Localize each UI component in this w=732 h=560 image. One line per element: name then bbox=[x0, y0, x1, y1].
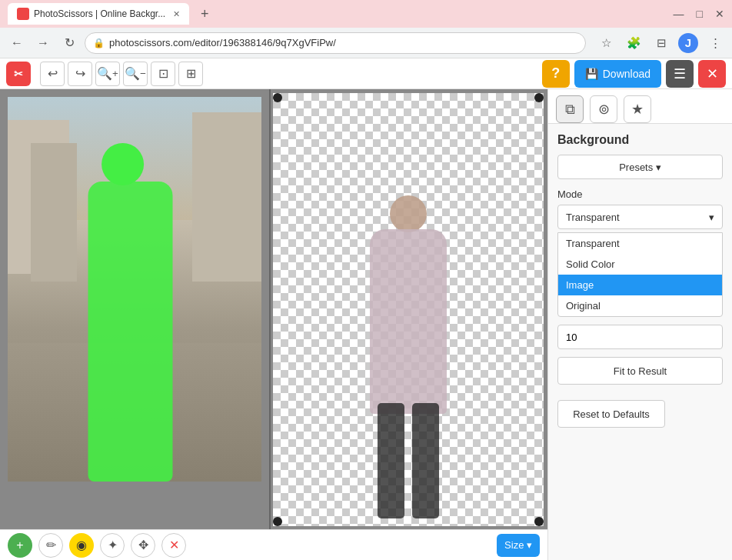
canvas-divider bbox=[269, 89, 271, 560]
app-close-button[interactable]: ✕ bbox=[698, 60, 726, 88]
panel-body: Background Presets ▾ Mode Transparent ▾ … bbox=[548, 124, 732, 437]
new-tab-button[interactable]: + bbox=[195, 5, 214, 23]
reset-to-defaults-button[interactable]: Reset to Defaults bbox=[557, 400, 665, 428]
panel-tabs: ⧉ ⊚ ★ bbox=[548, 89, 732, 124]
zoom-100-button[interactable]: ⊞ bbox=[178, 62, 203, 86]
handle-tr[interactable] bbox=[534, 93, 544, 102]
zoom-in-button[interactable]: 🔍+ bbox=[95, 62, 120, 86]
right-panel: ⧉ ⊚ ★ Background Presets ▾ Mode Transpar… bbox=[547, 89, 732, 560]
reload-button[interactable]: ↻ bbox=[58, 32, 80, 54]
browser-tab[interactable]: PhotoScissors | Online Backgr... ✕ bbox=[8, 3, 189, 25]
handle-bl[interactable] bbox=[273, 517, 282, 526]
minimize-button[interactable]: — bbox=[674, 8, 684, 20]
tab-favicon bbox=[17, 8, 29, 20]
mode-selected-value: Transparent bbox=[566, 212, 620, 223]
delete-tool-button[interactable]: ✕ bbox=[161, 533, 186, 558]
building-right bbox=[192, 112, 261, 282]
bookmark-icon[interactable]: ☆ bbox=[595, 32, 617, 54]
redo-button[interactable]: ↪ bbox=[68, 62, 92, 86]
back-button[interactable]: ← bbox=[6, 32, 28, 54]
titlebar: PhotoScissors | Online Backgr... ✕ + — □… bbox=[0, 0, 732, 28]
sidebar-toggle-button[interactable]: ⊟ bbox=[650, 32, 672, 54]
download-icon: 💾 bbox=[585, 68, 598, 80]
extensions-icon[interactable]: 🧩 bbox=[623, 32, 644, 54]
main-content: + ✏ ◉ ✦ ✥ ✕ Size ▾ ⧉ ⊚ ★ Background Pres… bbox=[0, 89, 732, 560]
move-tool-button[interactable]: ✥ bbox=[131, 533, 155, 558]
figure-coat bbox=[370, 229, 447, 414]
option-transparent[interactable]: Transparent bbox=[558, 233, 722, 254]
figure-leg-right bbox=[412, 403, 439, 518]
figure-head bbox=[390, 195, 427, 232]
bottom-toolbar: + ✏ ◉ ✦ ✥ ✕ Size ▾ bbox=[0, 529, 547, 560]
dropdown-chevron-icon: ▾ bbox=[709, 212, 714, 223]
original-image-panel bbox=[8, 97, 261, 482]
green-mask-head bbox=[101, 143, 144, 185]
handle-br[interactable] bbox=[534, 517, 544, 526]
street-background bbox=[8, 97, 261, 482]
address-input[interactable]: 🔒 photoscissors.com/editor/196388146/9q7… bbox=[85, 32, 586, 54]
tab-title: PhotoScissors | Online Backgr... bbox=[34, 8, 165, 19]
building-mid bbox=[31, 143, 77, 282]
maximize-button[interactable]: □ bbox=[697, 8, 703, 20]
app-logo: ✂ bbox=[6, 62, 31, 86]
canvas-area[interactable]: + ✏ ◉ ✦ ✥ ✕ Size ▾ bbox=[0, 89, 547, 560]
mode-dropdown[interactable]: Transparent ▾ bbox=[557, 205, 723, 229]
browser-menu-button[interactable]: ⋮ bbox=[704, 32, 726, 54]
profile-button[interactable]: J bbox=[678, 33, 698, 53]
handle-tl[interactable] bbox=[273, 93, 282, 102]
window-controls: — □ ✕ bbox=[674, 8, 724, 20]
toolbar-right: ? 💾 Download ☰ ✕ bbox=[542, 60, 726, 88]
app-toolbar: ✂ ↩ ↪ 🔍+ 🔍− ⊡ ⊞ ? 💾 Download ☰ ✕ bbox=[0, 58, 732, 89]
presets-label: Presets ▾ bbox=[619, 162, 661, 173]
forward-button[interactable]: → bbox=[32, 32, 54, 54]
zoom-out-button[interactable]: 🔍− bbox=[123, 62, 148, 86]
option-solid-color[interactable]: Solid Color bbox=[558, 254, 722, 275]
download-button[interactable]: 💾 Download bbox=[574, 60, 661, 88]
app-menu-button[interactable]: ☰ bbox=[666, 60, 694, 88]
erase-tool-button[interactable]: ✏ bbox=[38, 533, 63, 558]
zoom-fit-button[interactable]: ⊡ bbox=[151, 62, 175, 86]
help-button[interactable]: ? bbox=[542, 60, 570, 88]
result-panel bbox=[273, 93, 544, 526]
panel-section-title: Background bbox=[557, 133, 723, 147]
option-image[interactable]: Image bbox=[558, 275, 722, 295]
logo-icon: ✂ bbox=[14, 68, 23, 80]
result-figure bbox=[362, 195, 454, 518]
address-actions: ☆ 🧩 ⊟ J ⋮ bbox=[595, 32, 726, 54]
figure-leg-left bbox=[378, 403, 404, 518]
add-tool-button[interactable]: + bbox=[8, 533, 32, 558]
download-label: Download bbox=[603, 68, 650, 80]
size-number-input[interactable] bbox=[557, 325, 723, 349]
lock-icon: 🔒 bbox=[93, 38, 105, 48]
presets-button[interactable]: Presets ▾ bbox=[557, 155, 723, 179]
size-button[interactable]: Size ▾ bbox=[497, 534, 540, 557]
addressbar: ← → ↻ 🔒 photoscissors.com/editor/1963881… bbox=[0, 28, 732, 58]
tab-star[interactable]: ★ bbox=[624, 95, 651, 123]
option-original[interactable]: Original bbox=[558, 295, 722, 316]
transparent-background bbox=[273, 93, 544, 526]
mode-label: Mode bbox=[557, 188, 723, 200]
window-close-button[interactable]: ✕ bbox=[715, 8, 724, 20]
url-text: photoscissors.com/editor/196388146/9q7Xg… bbox=[109, 37, 336, 48]
fit-to-result-button[interactable]: Fit to Result bbox=[557, 357, 723, 385]
tab-background[interactable]: ⧉ bbox=[556, 95, 584, 123]
green-mask-figure bbox=[88, 182, 173, 482]
magic-tool-button[interactable]: ◉ bbox=[69, 533, 94, 558]
restore-tool-button[interactable]: ✦ bbox=[100, 533, 125, 558]
tab-close-btn[interactable]: ✕ bbox=[173, 9, 180, 19]
mode-dropdown-list: Transparent Solid Color Image Original bbox=[557, 232, 723, 317]
undo-button[interactable]: ↩ bbox=[40, 62, 65, 86]
tab-adjust[interactable]: ⊚ bbox=[590, 95, 617, 123]
